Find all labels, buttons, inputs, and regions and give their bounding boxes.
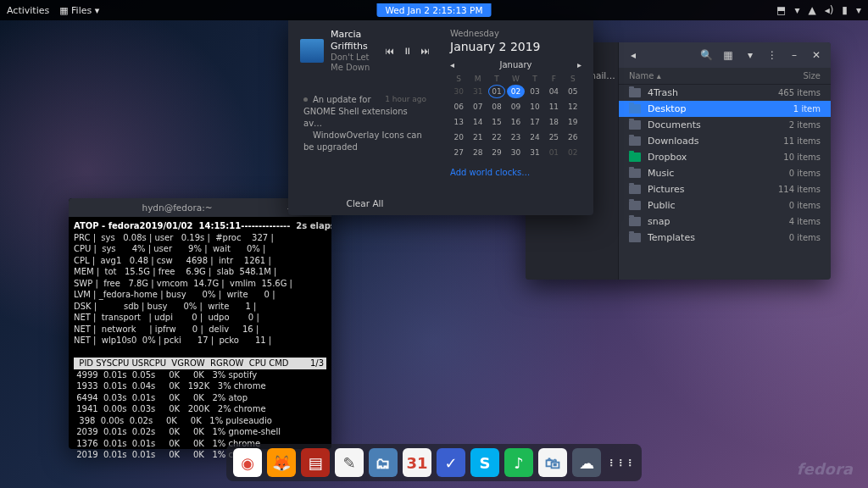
dock-app-calendar[interactable]: 31 (403, 448, 431, 477)
terminal-window: hydn@fedora:~ – ▢ ✕ ATOP - fedora2019/01… (69, 198, 331, 449)
calendar-day[interactable]: 02 (565, 146, 581, 159)
notification-item[interactable]: 1 hour ago An update for GNOME Shell ext… (300, 89, 430, 158)
calendar-day[interactable]: 14 (469, 115, 486, 129)
file-row[interactable]: Public0 items (619, 197, 831, 214)
calendar-day[interactable]: 30 (507, 146, 524, 159)
file-row[interactable]: Music0 items (619, 165, 831, 181)
calendar-day[interactable]: 02 (507, 85, 524, 98)
calendar-next-icon[interactable]: ▸ (577, 60, 581, 69)
add-world-clocks-link[interactable]: Add world clocks… (450, 168, 581, 177)
dock-app-pdf[interactable]: ▤ (301, 448, 330, 477)
dock-app-todo[interactable]: ✓ (437, 448, 465, 477)
calendar-day[interactable]: 29 (488, 146, 505, 159)
calendar-day[interactable]: 20 (450, 130, 467, 144)
wifi-icon[interactable]: ▲ (808, 4, 815, 16)
battery-icon[interactable]: ▮ (842, 4, 848, 16)
calendar-day[interactable]: 01 (488, 85, 505, 98)
calendar-day[interactable]: 05 (565, 85, 581, 98)
calendar-month-label: January (500, 60, 532, 69)
calendar-day[interactable]: 12 (565, 100, 581, 114)
dock-app-software[interactable]: 🛍 (538, 448, 567, 477)
media-prev-icon[interactable]: ⏮ (385, 46, 394, 57)
power-menu-icon[interactable]: ▾ (856, 4, 861, 16)
folder-icon (629, 136, 641, 146)
view-grid-icon[interactable]: ▦ (721, 47, 736, 63)
file-row[interactable]: Documents2 items (619, 117, 831, 133)
calendar-day[interactable]: 22 (488, 130, 505, 144)
files-back-icon[interactable]: ◂ (626, 47, 641, 63)
media-next-icon[interactable]: ⏭ (420, 46, 430, 57)
dock-app-weather[interactable]: ☁ (572, 448, 601, 477)
activities-button[interactable]: Activities (7, 5, 49, 16)
folder-icon (629, 88, 641, 97)
calendar-day[interactable]: 07 (469, 100, 486, 114)
hamburger-menu-icon[interactable]: ⋮ (765, 47, 780, 63)
folder-icon (629, 169, 641, 178)
calendar-day[interactable]: 13 (450, 115, 467, 129)
calendar-day[interactable]: 23 (507, 130, 524, 144)
dock-app-skype[interactable]: S (470, 448, 499, 477)
calendar-day[interactable]: 11 (545, 100, 562, 114)
app-menu-files[interactable]: ▦ Files ▾ (59, 5, 99, 16)
folder-icon (629, 233, 641, 242)
media-pause-icon[interactable]: ⏸ (403, 46, 412, 57)
file-row[interactable]: Templates0 items (619, 230, 831, 246)
folder-icon (629, 152, 641, 162)
dock-app-apps[interactable]: ⋮⋮⋮ (606, 448, 635, 477)
folder-icon (629, 185, 641, 194)
file-row[interactable]: Desktop1 item (619, 101, 831, 117)
folder-icon (629, 104, 641, 114)
calendar-day[interactable]: 21 (469, 130, 486, 144)
window-close-icon[interactable]: ✕ (809, 47, 824, 63)
clock-button[interactable]: Wed Jan 2 2:15:13 PM (377, 3, 492, 17)
calendar-day[interactable]: 01 (545, 146, 562, 159)
files-column-header[interactable]: Name ▴ Size (619, 68, 831, 85)
file-row[interactable]: 4Trash465 items (619, 85, 831, 101)
folder-icon (629, 120, 641, 130)
calendar-day[interactable]: 03 (526, 85, 543, 98)
calendar-day[interactable]: 26 (565, 130, 581, 144)
calendar-grid[interactable]: SMTWTFS303101020304050607080910111213141… (450, 75, 581, 159)
calendar-day[interactable]: 31 (526, 146, 543, 159)
calendar-day[interactable]: 30 (450, 85, 467, 98)
calendar-day[interactable]: 10 (526, 100, 543, 114)
calendar-date: January 2 2019 (450, 40, 581, 53)
calendar-day[interactable]: 06 (450, 100, 467, 114)
dock-app-files[interactable]: 🗂 (369, 448, 398, 477)
dropbox-indicator-icon[interactable]: ⬒ (776, 4, 786, 16)
notification-time: 1 hour ago (385, 94, 426, 105)
tray-indicator-icon[interactable]: ▾ (794, 4, 799, 16)
file-row[interactable]: Pictures114 items (619, 181, 831, 197)
calendar-day[interactable]: 19 (565, 115, 581, 129)
calendar-weekday: Wednesday (450, 29, 581, 38)
calendar-day[interactable]: 15 (488, 115, 505, 129)
volume-icon[interactable]: ◂) (825, 4, 834, 16)
file-row[interactable]: Downloads11 items (619, 133, 831, 149)
clear-all-button[interactable]: Clear All (300, 191, 430, 208)
calendar-day[interactable]: 24 (526, 130, 543, 144)
dock-app-spotify[interactable]: ♪ (504, 448, 533, 477)
album-art (300, 39, 324, 63)
window-minimize-icon[interactable]: – (787, 47, 802, 63)
file-row[interactable]: snap4 items (619, 214, 831, 230)
calendar-prev-icon[interactable]: ◂ (450, 60, 454, 69)
calendar-day[interactable]: 17 (526, 115, 543, 129)
media-artist: Marcia Griffiths (331, 29, 378, 53)
calendar-day[interactable]: 18 (545, 115, 562, 129)
file-row[interactable]: Dropbox10 items (619, 149, 831, 165)
calendar-day[interactable]: 08 (488, 100, 505, 114)
calendar-day[interactable]: 27 (450, 146, 467, 159)
view-options-icon[interactable]: ▾ (743, 47, 758, 63)
calendar-day[interactable]: 04 (545, 85, 562, 98)
dock-app-text-editor[interactable]: ✎ (335, 448, 364, 477)
calendar-day[interactable]: 09 (507, 100, 524, 114)
terminal-title: hydn@fedora:~ (142, 202, 212, 214)
calendar-day[interactable]: 25 (545, 130, 562, 144)
dock-app-firefox[interactable]: 🦊 (267, 448, 296, 477)
calendar-day[interactable]: 31 (469, 85, 486, 98)
dock-app-chrome[interactable]: ◉ (233, 448, 262, 477)
calendar-day[interactable]: 16 (507, 115, 524, 129)
search-icon[interactable]: 🔍 (698, 47, 714, 63)
terminal-output[interactable]: ATOP - fedora2019/01/02 14:15:11--------… (69, 217, 331, 464)
calendar-day[interactable]: 28 (469, 146, 486, 159)
